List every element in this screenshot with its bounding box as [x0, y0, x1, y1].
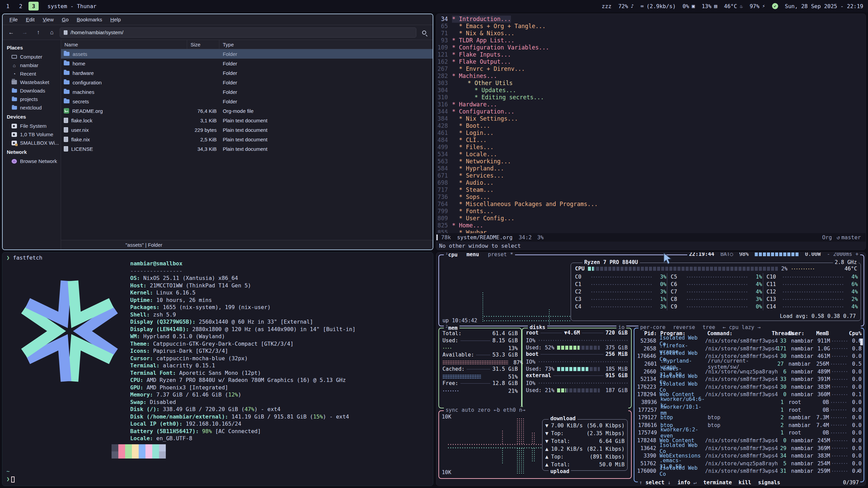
file-row-flake.lock[interactable]: flake.lock3,1 KiBPlain text document — [61, 116, 433, 125]
forward-button[interactable]: → — [19, 27, 31, 38]
file-row-secrets[interactable]: secretsFolder — [61, 97, 433, 106]
menu-view[interactable]: View — [39, 16, 57, 23]
file-row-assets[interactable]: assetsFolder — [61, 49, 433, 59]
sidebar-item-wastebasket[interactable]: Wastebasket — [3, 78, 61, 86]
sidebar-item-recent[interactable]: ◔Recent — [3, 69, 61, 78]
fastfetch-entry: Local IP (eth0): 192.168.10.165/24 — [130, 420, 356, 428]
proc-key-signals[interactable]: signals — [758, 480, 780, 486]
mem-row: Available:53.3 GiB — [442, 352, 518, 359]
tab-cpu[interactable]: 1cpu — [446, 252, 458, 258]
back-button[interactable]: ← — [5, 27, 17, 38]
file-row-machines[interactable]: machinesFolder — [61, 87, 433, 97]
proc-key-kill[interactable]: kill — [738, 480, 751, 486]
proc-key-terminate[interactable]: terminate — [703, 480, 732, 486]
proc-row[interactable]: 179127btopbtop2nambiar7.3M0.0 — [634, 414, 864, 422]
upload-label: upload — [550, 468, 569, 474]
menu-edit[interactable]: Edit — [22, 16, 38, 23]
palette-swatch — [118, 444, 125, 451]
org-heading-line: 93* TLDR App List... — [436, 37, 866, 44]
proc-control--cpu-lazy-[interactable]: ← cpu lazy → — [723, 324, 761, 330]
palette-swatch — [152, 451, 159, 459]
menu-go[interactable]: Go — [58, 16, 72, 23]
file-row-configuration[interactable]: configurationFolder — [61, 78, 433, 87]
status-module: ∞(2.9kb/s) — [640, 3, 676, 9]
sidebar-item-nextcloud[interactable]: nextcloud — [3, 103, 61, 112]
preset-button[interactable]: preset * — [488, 252, 513, 258]
file-row-hardware[interactable]: hardwareFolder — [61, 68, 433, 78]
battery-meter — [755, 252, 799, 256]
workspace-switcher[interactable]: 123 — [0, 2, 39, 11]
menu-button[interactable]: menu — [467, 252, 479, 258]
proc-row[interactable]: 177257kworker/10:1-mm_1root0B0.0 — [634, 406, 864, 414]
folder-icon — [12, 88, 17, 94]
sidebar-item-projects[interactable]: projects — [3, 95, 61, 103]
net-control-auto[interactable]: auto — [461, 407, 474, 413]
proc-row[interactable]: 175749kworker/6:2-even1root0B0.0 — [634, 429, 864, 437]
home-icon: ⌂ — [12, 63, 17, 68]
cpu-freq-graph — [791, 267, 815, 270]
sidebar-item-computer[interactable]: Computer — [3, 53, 61, 61]
proc-control-tree[interactable]: tree — [703, 324, 715, 330]
core-row-C8: C83% — [671, 296, 762, 303]
proc-count: 0/397 — [843, 480, 859, 486]
cpu-total-label: CPU — [575, 266, 585, 272]
file-row-README.org[interactable]: README.org76,4 KiBOrg-mode file — [61, 106, 433, 116]
search-button[interactable] — [418, 27, 430, 38]
proc-control-reverse[interactable]: reverse — [673, 324, 695, 330]
proc-row[interactable]: 176000Isolated Web Co/nix/store/sm8fmrf3… — [634, 467, 864, 475]
proc-control-per-core[interactable]: per-core — [640, 324, 666, 330]
proc-key-info[interactable]: info ↵ — [677, 480, 696, 486]
io-toggle[interactable]: io — [618, 324, 625, 330]
path-bar[interactable]: /home/nambiar/system/ — [60, 27, 416, 38]
folder-icon — [64, 52, 70, 56]
file-row-home[interactable]: homeFolder — [61, 59, 433, 68]
fastfetch-entry: Kernel: Linux 6.16.5 — [130, 289, 356, 297]
clock-icon: ◔ — [12, 71, 17, 77]
column-header-name[interactable]: Name — [61, 40, 187, 49]
nixos-logo — [12, 263, 127, 399]
sidebar-item-file-system[interactable]: File System — [3, 122, 61, 130]
sidebar-item-browse-network[interactable]: Browse Network — [3, 157, 61, 165]
workspace-button-2[interactable]: 2 — [16, 2, 26, 11]
shell-prompt: ❯ fastfetch — [6, 255, 42, 261]
sidebar-item-1-0-tb-volume[interactable]: 1,0 TB Volume — [3, 130, 61, 139]
net-control-sync[interactable]: sync — [446, 407, 458, 413]
menu-bookmarks[interactable]: Bookmarks — [73, 16, 105, 23]
workspace-button-3[interactable]: 3 — [28, 2, 39, 11]
check-icon: ✔ — [772, 3, 778, 9]
window-title: system - Thunar — [47, 3, 97, 9]
net-control--b-eth0-n-[interactable]: ←b eth0 n→ — [494, 407, 525, 413]
core-row-C1: C10% — [575, 281, 666, 288]
trash-icon — [12, 80, 17, 84]
tab-mem[interactable]: 2mem — [446, 324, 458, 331]
org-heading-line: 563* Networking... — [436, 158, 866, 165]
sidebar-item-downloads[interactable]: Downloads — [3, 86, 61, 95]
file-row-user.nix[interactable]: user.nix229 bytesPlain text document — [61, 125, 433, 135]
menu-help[interactable]: Help — [107, 16, 124, 23]
fastfetch-entry: Battery (5B11H56417): 98% [AC Connected] — [130, 428, 356, 435]
org-heading-line: 121* Flake Inputs... — [436, 51, 866, 58]
workspace-button-1[interactable]: 1 — [3, 2, 13, 11]
menu-file[interactable]: File — [6, 16, 21, 23]
org-buffer[interactable]: 34* Introduction...65* Emacs + Org + Tan… — [436, 14, 866, 233]
sidebar-item-smallbox-wi-[interactable]: SMALLBOX Wi... — [3, 139, 61, 147]
file-row-flake.nix[interactable]: flake.nix2,5 KiBPlain text document — [61, 135, 433, 144]
status-module: 97%⚡ — [750, 3, 765, 9]
proc-row[interactable]: 13642Isolated Web Co/nix/store/sm8fmrf3w… — [634, 444, 864, 452]
update-interval[interactable]: - 2000ms + — [827, 252, 859, 257]
home-button[interactable]: ⌂ — [46, 27, 58, 38]
sidebar-item-nambiar[interactable]: ⌂nambiar — [3, 61, 61, 69]
proc-row[interactable]: 176223Isolated Web Co/nix/store/sm8fmrf3… — [634, 383, 864, 391]
palette-swatch — [152, 444, 159, 451]
terminal-color-palette — [112, 444, 166, 459]
drive-icon — [12, 124, 17, 128]
column-header-type[interactable]: Type — [219, 40, 433, 49]
proc-key-select[interactable]: ↑ select ↓ — [639, 480, 671, 486]
proc-scrollbar[interactable] — [860, 339, 863, 345]
net-control-zero[interactable]: zero — [478, 407, 490, 413]
net-stat-row: ▼Total:6.64 GiB — [545, 437, 625, 445]
column-header-size[interactable]: Size — [187, 40, 219, 49]
up-button[interactable]: ↑ — [33, 27, 44, 38]
mem-row: Free:12.8 GiB — [442, 380, 518, 387]
file-row-LICENSE[interactable]: LICENSE34,3 KiBPlain text document — [61, 144, 433, 154]
